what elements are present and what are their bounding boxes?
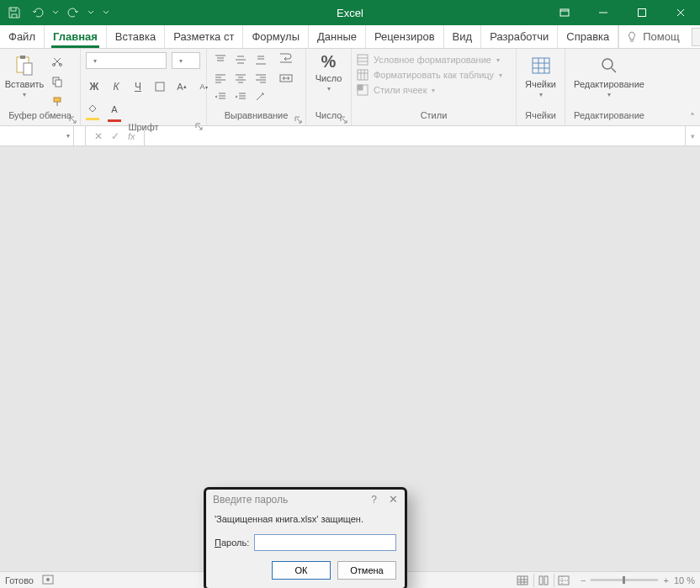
dialog-title: Введите пароль xyxy=(213,494,371,506)
status-ready: Готово xyxy=(5,575,34,585)
tab-help[interactable]: Справка xyxy=(558,25,618,48)
name-box[interactable]: ▾ xyxy=(0,126,74,146)
italic-button[interactable]: К xyxy=(108,79,125,94)
increase-indent-icon[interactable] xyxy=(232,89,249,104)
tab-formulas[interactable]: Формулы xyxy=(243,25,309,48)
orientation-icon[interactable] xyxy=(252,89,269,104)
svg-rect-0 xyxy=(560,9,569,16)
number-format-button[interactable]: % Число ▾ xyxy=(311,52,346,93)
dialog-help-icon[interactable]: ? xyxy=(371,494,377,506)
zoom-control: − + 10 % xyxy=(581,575,695,585)
cancel-button[interactable]: Отмена xyxy=(337,561,396,580)
align-middle-icon[interactable] xyxy=(232,52,249,67)
title-bar: Excel xyxy=(0,0,700,25)
wrap-text-icon[interactable] xyxy=(279,52,293,67)
align-bottom-icon[interactable] xyxy=(252,52,269,67)
share-button[interactable]: Поделиться xyxy=(692,28,700,46)
save-icon[interactable] xyxy=(5,3,24,22)
cell-styles-button[interactable]: Стили ячеек▾ xyxy=(357,84,502,96)
font-color-button[interactable]: A xyxy=(108,104,121,122)
fill-color-button[interactable] xyxy=(86,104,99,122)
normal-view-icon[interactable] xyxy=(513,574,532,587)
border-button[interactable] xyxy=(151,79,168,94)
align-center-icon[interactable] xyxy=(232,71,249,86)
svg-rect-4 xyxy=(24,63,32,75)
tell-me-label: Помощ xyxy=(643,30,679,43)
page-layout-view-icon[interactable] xyxy=(533,574,552,587)
clipboard-dialog-launcher-icon[interactable] xyxy=(68,115,77,124)
qat-customize-icon[interactable] xyxy=(103,9,109,16)
align-top-icon[interactable] xyxy=(212,52,229,67)
group-styles-label: Стили xyxy=(352,110,516,125)
tab-data[interactable]: Данные xyxy=(309,25,366,48)
cells-button[interactable]: Ячейки ▾ xyxy=(522,52,559,98)
expand-formula-bar-icon[interactable]: ▾ xyxy=(685,126,700,146)
formula-input[interactable] xyxy=(145,126,685,146)
align-left-icon[interactable] xyxy=(212,71,229,86)
group-number: % Число ▾ Число xyxy=(306,49,352,125)
group-clipboard-label: Буфер обмена xyxy=(0,110,80,125)
insert-function-icon[interactable]: fx xyxy=(128,131,135,141)
increase-font-icon[interactable]: A▴ xyxy=(173,79,190,94)
format-as-table-button[interactable]: Форматировать как таблицу▾ xyxy=(357,69,502,81)
redo-icon[interactable] xyxy=(64,3,82,22)
zoom-slider[interactable] xyxy=(591,579,658,581)
ribbon-display-options-icon[interactable] xyxy=(545,0,584,25)
paste-button[interactable]: Вставить ▾ xyxy=(5,52,44,98)
svg-rect-13 xyxy=(358,70,368,80)
tab-insert[interactable]: Вставка xyxy=(107,25,165,48)
cut-icon[interactable] xyxy=(49,54,66,69)
align-right-icon[interactable] xyxy=(252,71,269,86)
password-input[interactable] xyxy=(254,534,396,551)
font-size-combo[interactable]: ▾ xyxy=(172,52,200,69)
group-font-label: Шрифт xyxy=(81,122,206,132)
format-painter-icon[interactable] xyxy=(49,94,66,109)
paste-label: Вставить xyxy=(5,79,45,89)
font-dialog-launcher-icon[interactable] xyxy=(194,122,203,130)
svg-rect-21 xyxy=(539,576,543,585)
editing-button[interactable]: Редактирование ▾ xyxy=(571,52,647,98)
underline-button[interactable]: Ч xyxy=(130,79,146,94)
macro-recorder-icon[interactable] xyxy=(42,575,54,586)
tab-page-layout[interactable]: Разметка ст xyxy=(165,25,243,48)
workspace: Введите пароль ? ✕ 'Защищенная книга.xls… xyxy=(0,146,700,571)
svg-rect-9 xyxy=(54,98,61,102)
zoom-out-icon[interactable]: − xyxy=(581,575,586,585)
svg-rect-22 xyxy=(544,576,548,585)
maximize-icon[interactable] xyxy=(623,0,661,25)
copy-icon[interactable] xyxy=(49,74,66,89)
bold-button[interactable]: Ж xyxy=(86,79,103,94)
page-break-view-icon[interactable] xyxy=(554,574,572,587)
tab-view[interactable]: Вид xyxy=(444,25,482,48)
qat-undo-more-icon[interactable] xyxy=(52,9,59,16)
cells-label: Ячейки xyxy=(525,79,556,89)
svg-rect-20 xyxy=(517,576,528,585)
tab-home[interactable]: Главная xyxy=(45,25,107,48)
chevron-down-icon: ▾ xyxy=(607,91,611,98)
collapse-ribbon-icon[interactable]: ˄ xyxy=(690,112,695,124)
number-dialog-launcher-icon[interactable] xyxy=(339,115,347,124)
app-title: Excel xyxy=(337,7,363,19)
group-cells: Ячейки ▾ Ячейки xyxy=(517,49,565,125)
decrease-indent-icon[interactable] xyxy=(212,89,229,104)
tab-review[interactable]: Рецензиров xyxy=(366,25,444,48)
paste-icon xyxy=(13,54,36,77)
ok-button[interactable]: ОК xyxy=(272,561,331,580)
group-number-label: Число xyxy=(306,110,351,125)
dialog-close-icon[interactable]: ✕ xyxy=(389,493,398,506)
group-clipboard: Вставить ▾ Буфер обмена xyxy=(0,49,81,125)
merge-center-icon[interactable] xyxy=(279,72,293,87)
minimize-icon[interactable] xyxy=(584,0,623,25)
svg-rect-3 xyxy=(20,56,25,59)
qat-redo-more-icon[interactable] xyxy=(88,9,94,16)
close-icon[interactable] xyxy=(661,0,700,25)
alignment-dialog-launcher-icon[interactable] xyxy=(294,115,302,124)
tab-developer[interactable]: Разработчи xyxy=(481,25,558,48)
tell-me[interactable]: Помощ xyxy=(618,25,686,48)
font-name-combo[interactable]: ▾ xyxy=(86,52,167,69)
conditional-formatting-button[interactable]: Условное форматирование▾ xyxy=(357,54,502,66)
zoom-in-icon[interactable]: + xyxy=(663,575,668,585)
undo-icon[interactable] xyxy=(29,3,47,22)
tab-file[interactable]: Файл xyxy=(0,25,45,48)
zoom-level[interactable]: 10 % xyxy=(674,575,695,585)
